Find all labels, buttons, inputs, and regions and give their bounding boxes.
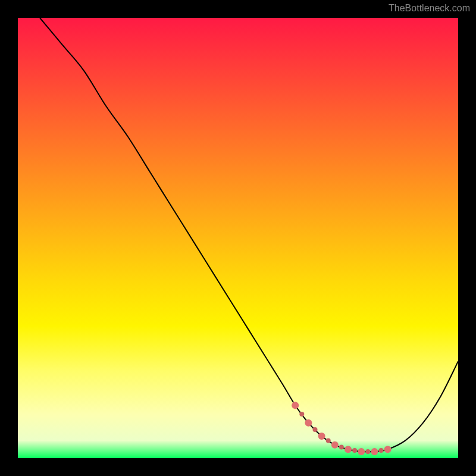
watermark: TheBottleneck.com	[389, 3, 470, 14]
chart-plot-area	[18, 18, 458, 458]
gradient-background	[18, 18, 458, 458]
